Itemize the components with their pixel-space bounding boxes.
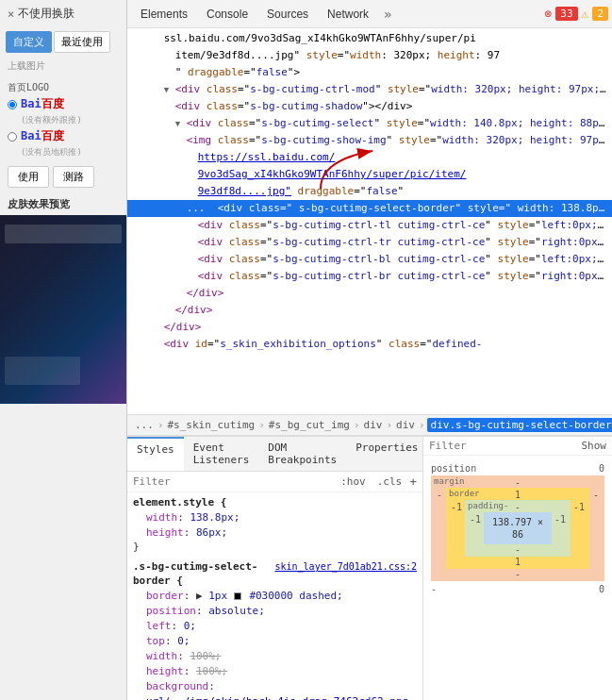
position-row: position 0 xyxy=(431,463,604,474)
style-property-url[interactable]: url(../img/skin/hack_4ie_drag_7462cd62.p… xyxy=(133,694,417,700)
style-property[interactable]: width: 138.8px; xyxy=(133,510,417,525)
style-property[interactable]: position: absolute; xyxy=(133,604,417,619)
close-icon[interactable]: × xyxy=(8,8,14,21)
sidebar-title: 不使用换肤 xyxy=(18,6,74,22)
dom-line[interactable]: <div id="s_skin_exhibition_options" clas… xyxy=(127,336,612,353)
padding-region: padding- - -1 138.797 × 86 xyxy=(465,500,571,557)
tab-sources[interactable]: Sources xyxy=(257,3,318,25)
dom-line[interactable]: </div> xyxy=(127,285,612,302)
sidebar-tab-custom[interactable]: 自定义 xyxy=(6,31,52,53)
panel-tab-dom-bp[interactable]: DOM Breakpoints xyxy=(258,437,346,471)
dom-line[interactable]: <div class="s-bg-cutimg-ctrl-tr cutimg-c… xyxy=(127,234,612,251)
style-property[interactable]: height: 86px; xyxy=(133,525,417,541)
logo-label: 首页LOGO xyxy=(8,81,119,94)
panel-tab-styles[interactable]: Styles xyxy=(127,437,184,471)
dom-line[interactable]: " draggable="false"> xyxy=(127,64,612,81)
dom-line-url-3[interactable]: 9e3df8d....jpg" draggable="false" xyxy=(127,183,612,200)
margin-left: - xyxy=(433,488,446,569)
hov-button[interactable]: :hov xyxy=(337,475,370,489)
dom-line-url-2[interactable]: 9vo3dSag_xI4khGko9WTAnF6hhy/super/pic/it… xyxy=(127,166,612,183)
border-left: -1 xyxy=(448,500,465,557)
dom-line[interactable]: ssl.baidu.com/9vo3dSag_xI4khGko9WTAnF6hh… xyxy=(127,30,612,47)
breadcrumb-item[interactable]: #s_skin_cutimg xyxy=(166,419,257,431)
add-style-button[interactable]: + xyxy=(409,475,417,489)
warn-count: 2 xyxy=(592,7,608,21)
logo-radio-2[interactable] xyxy=(8,132,17,142)
border-right: -1 xyxy=(571,500,587,557)
box-model-filter-row: Show xyxy=(423,437,612,456)
breadcrumb-bar: ... › #s_skin_cutimg › #s_bg_cut_img › d… xyxy=(127,415,612,436)
margin-label: margin xyxy=(434,476,465,486)
margin-bottom: - xyxy=(515,569,521,579)
show-button[interactable]: Show xyxy=(582,440,607,452)
padding-right: -1 xyxy=(552,512,569,544)
style-property[interactable]: background: xyxy=(133,679,417,694)
styles-panel: Styles Event Listeners DOM Breakpoints P… xyxy=(127,437,423,700)
dom-line[interactable]: </div> xyxy=(127,319,612,336)
styles-filter-input[interactable] xyxy=(133,475,333,488)
dom-line[interactable]: <img class="s-bg-cutimg-show-img" style=… xyxy=(127,132,612,149)
box-model-panel: Show position 0 margin - xyxy=(423,437,612,700)
tab-console[interactable]: Console xyxy=(197,3,257,25)
content-size: 138.797 × 86 xyxy=(492,517,543,540)
logo-hint-1: (没有额外跟推) xyxy=(21,114,119,126)
error-count: 33 xyxy=(555,7,577,21)
breadcrumb-item[interactable]: div xyxy=(394,419,417,431)
box-model-content: position 0 margin - - border xyxy=(423,456,612,700)
style-property[interactable]: width: 100%; xyxy=(133,649,417,664)
border-bottom-row: 1 xyxy=(448,557,587,567)
content-region: 138.797 × 86 xyxy=(484,512,552,544)
tab-elements[interactable]: Elements xyxy=(131,3,197,25)
bottom-panel: Styles Event Listeners DOM Breakpoints P… xyxy=(127,436,612,700)
style-property[interactable]: height: 100%; xyxy=(133,664,417,679)
panel-tab-event[interactable]: Event Listeners xyxy=(184,437,259,471)
style-rule-class: .s-bg-cutimg-select- skin_layer_7d01ab21… xyxy=(133,560,417,700)
tab-more-icon[interactable]: » xyxy=(378,2,397,26)
dom-line-url-1[interactable]: https://ssl.baidu.com/ xyxy=(127,149,612,166)
sidebar-actions: 使用 测路 xyxy=(0,160,126,193)
padding-top: - xyxy=(515,502,521,512)
dom-line[interactable]: item/9e3df8d....jpg" style="width: 320px… xyxy=(127,47,612,64)
sidebar-tab-recent[interactable]: 最近使用 xyxy=(54,31,110,53)
preview-image xyxy=(0,215,126,404)
devtools-panel: Elements Console Sources Network » ⊗ 33 … xyxy=(127,0,612,700)
bottom-zero-label: 0 xyxy=(599,584,604,594)
logo-row-1: Bai百度 xyxy=(8,96,119,112)
tab-network[interactable]: Network xyxy=(318,3,378,25)
dom-line[interactable]: <div class="s-bg-cutimg-ctrl-br cutimg-c… xyxy=(127,268,612,285)
margin-middle: - border 1 -1 padding- xyxy=(433,488,603,569)
upload-label: 上载图片 xyxy=(0,57,126,75)
border-bottom: 1 xyxy=(515,557,521,567)
cls-button[interactable]: .cls xyxy=(373,475,406,489)
style-file-link[interactable]: skin_layer_7d01ab21.css:2 xyxy=(274,561,417,572)
dom-line[interactable]: <div class="s-bg-cutimg-ctrl-tl cutimg-c… xyxy=(127,217,612,234)
dom-line-selected[interactable]: ... <div class=" s-bg-cutimg-select-bord… xyxy=(127,200,612,217)
margin-right: - xyxy=(589,488,603,569)
style-property[interactable]: top: 0; xyxy=(133,634,417,649)
position-label: position xyxy=(431,463,476,474)
breadcrumb-item[interactable]: div xyxy=(362,419,385,431)
warn-icon: ⚠ xyxy=(582,7,589,21)
style-property[interactable]: border: ▶ 1px #030000 dashed; xyxy=(133,589,417,604)
dom-tree[interactable]: ssl.baidu.com/9vo3dSag_xI4khGko9WTAnF6hh… xyxy=(127,28,612,415)
logo-radio-1[interactable] xyxy=(8,100,17,109)
box-filter-input[interactable] xyxy=(429,440,578,452)
use-button[interactable]: 使用 xyxy=(8,166,49,188)
test-button[interactable]: 测路 xyxy=(53,166,94,188)
sidebar: × 不使用换肤 自定义 最近使用 上载图片 首页LOGO Bai百度 (没有额外… xyxy=(0,0,127,700)
dom-line[interactable]: <div class="s-bg-cutimg-ctrl-bl cutimg-c… xyxy=(127,251,612,268)
dom-line[interactable]: </div> xyxy=(127,302,612,319)
border-top: 1 xyxy=(515,490,521,500)
breadcrumb-active-item[interactable]: div.s-bg-cutimg-select-border xyxy=(427,418,612,432)
logo-row-2: Bai百度 xyxy=(8,128,119,144)
dom-line[interactable]: ▼ <div class="s-bg-cutimg-select" style=… xyxy=(127,115,612,132)
breadcrumb-item[interactable]: #s_bg_cut_img xyxy=(267,419,352,431)
margin-bottom-row: - xyxy=(433,569,603,579)
dom-line[interactable]: ▼ <div class="s-bg-cutimg-ctrl-mod" styl… xyxy=(127,81,612,98)
dom-line[interactable]: <div class="s-bg-cutimg-shadow"></div> xyxy=(127,98,612,115)
devtools-tab-bar: Elements Console Sources Network » ⊗ 33 … xyxy=(127,0,612,28)
style-property[interactable]: left: 0; xyxy=(133,619,417,634)
breadcrumb-item[interactable]: ... xyxy=(133,419,156,431)
panel-tab-props[interactable]: Properties xyxy=(346,437,423,471)
logo-hint-2: (没有员地积推) xyxy=(21,146,119,158)
